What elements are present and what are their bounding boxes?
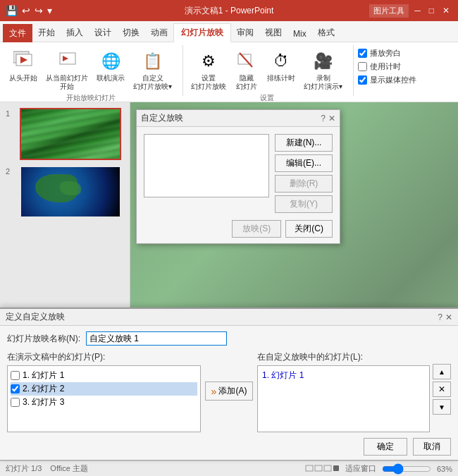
btn-from-beginning-label: 从头开始	[9, 74, 37, 83]
svg-rect-9	[324, 465, 331, 471]
svg-rect-8	[315, 465, 322, 471]
btn-new-show[interactable]: 新建(N)...	[275, 134, 333, 152]
checkbox-timing-label: 使用计时	[370, 61, 401, 72]
ribbon-checkboxes: 播放旁白 使用计时 显示媒体控件	[358, 48, 416, 85]
tab-transition[interactable]: 切换	[117, 24, 145, 42]
dialog-define-close[interactable]: ✕	[445, 312, 452, 322]
btn-add-to-custom[interactable]: » 添加(A)	[205, 382, 254, 401]
btn-play-show[interactable]: 放映(S)	[232, 220, 281, 238]
btn-record-show-label: 录制 幻灯片演示▾	[304, 74, 342, 91]
btn-rehearse-timing[interactable]: ⏱ 排练计时	[264, 47, 299, 85]
ppt-slide-item-3[interactable]: 3. 幻灯片 3	[11, 396, 197, 409]
btn-move-up[interactable]: ▲	[433, 364, 451, 379]
checkbox-narration[interactable]	[358, 49, 367, 58]
btn-hide-slide[interactable]: 隐藏 幻灯片	[231, 47, 262, 93]
theme-name: Office 主题	[50, 463, 88, 474]
close-btn[interactable]: ✕	[440, 6, 452, 16]
zoom-pct[interactable]: 63%	[437, 465, 452, 473]
ribbon-group-settings-label: 设置	[260, 93, 274, 103]
tab-format[interactable]: 格式	[312, 24, 340, 42]
btn-edit-show[interactable]: 编辑(E)...	[275, 154, 333, 172]
ppt-slide-3-label: 3. 幻灯片 3	[23, 396, 64, 408]
ribbon-group-start-label: 开始放映幻灯片	[66, 93, 116, 103]
status-icons	[304, 463, 340, 475]
zoom-slider[interactable]	[382, 465, 431, 473]
left-col: 在演示文稿中的幻灯片(P): 1. 幻灯片 1 2. 幻灯片 2 3. 幻灯片 …	[7, 351, 201, 432]
checkbox-narration-label: 播放旁白	[370, 48, 401, 59]
btn-online-present-label: 联机演示	[97, 74, 125, 83]
btn-setup-show[interactable]: ⚙ 设置 幻灯片放映	[187, 47, 230, 93]
checkbox-media[interactable]	[358, 75, 367, 85]
ribbon-tabs: 文件 开始 插入 设计 切换 动画 幻灯片放映 审阅 视图 Mix 格式	[0, 21, 458, 42]
ppt-slides-list: 1. 幻灯片 1 2. 幻灯片 2 3. 幻灯片 3	[7, 365, 201, 432]
tab-start[interactable]: 开始	[32, 24, 61, 42]
btn-add-label: 添加(A)	[218, 385, 247, 397]
name-label: 幻灯片放映名称(N):	[7, 333, 80, 345]
checkbox-timing[interactable]	[358, 62, 367, 71]
tools-label: 图片工具	[369, 4, 409, 18]
tab-design[interactable]: 设计	[89, 24, 117, 42]
tab-review[interactable]: 审阅	[231, 24, 259, 42]
title-text: 演示文稿1 - PowerPoint	[185, 5, 274, 17]
minimize-btn[interactable]: ─	[411, 6, 423, 16]
slide-2-img[interactable]	[20, 166, 121, 218]
dialog-custom-show-close[interactable]: ✕	[328, 114, 335, 123]
btn-from-current[interactable]: 从当前幻灯片 开始	[42, 47, 92, 93]
maximize-btn[interactable]: □	[426, 6, 437, 16]
redo-icon[interactable]: ↪	[35, 5, 43, 16]
btn-hide-slide-label: 隐藏 幻灯片	[236, 74, 257, 91]
check-slide-2[interactable]	[11, 384, 20, 393]
customize-icon[interactable]: ▾	[47, 5, 52, 16]
custom-slides-list: 1. 幻灯片 1	[257, 365, 430, 432]
slide-1-img[interactable]	[20, 108, 121, 160]
btn-custom-show-label: 自定义 幻灯片放映▾	[133, 74, 172, 91]
custom-slide-item-1[interactable]: 1. 幻灯片 1	[261, 369, 426, 382]
btn-from-beginning[interactable]: 从头开始	[6, 47, 41, 85]
svg-rect-10	[333, 465, 339, 471]
btn-define-cancel[interactable]: 取消	[413, 438, 451, 456]
btn-close-show[interactable]: 关闭(C)	[285, 220, 333, 238]
btn-custom-show[interactable]: 📋 自定义 幻灯片放映▾	[130, 47, 175, 93]
slide-thumb-2[interactable]: 2	[6, 166, 124, 218]
tab-insert[interactable]: 插入	[61, 24, 89, 42]
btn-define-ok[interactable]: 确定	[364, 438, 407, 456]
check-slide-1[interactable]	[11, 371, 20, 380]
btn-copy-show[interactable]: 复制(Y)	[275, 195, 333, 213]
dialog-custom-show-titlebar: 自定义放映 ? ✕	[137, 110, 340, 127]
dialog-define-titlebar: 定义自定义放映 ? ✕	[0, 309, 458, 326]
slide-count: 幻灯片 1/3	[6, 463, 42, 474]
save-icon[interactable]: 💾	[6, 5, 18, 16]
ribbon-group-start-show: 从头开始 从当前幻灯片 开始 🌐 联机演示 📋 自定义 幻灯片放映▾ 开始放映幻…	[6, 45, 183, 96]
undo-icon[interactable]: ↩	[22, 5, 30, 16]
left-col-label: 在演示文稿中的幻灯片(P):	[7, 351, 201, 363]
svg-rect-7	[306, 465, 313, 471]
title-bar: 💾 ↩ ↪ ▾ 演示文稿1 - PowerPoint 图片工具 ─ □ ✕	[0, 0, 458, 21]
zoom-fit[interactable]: 适应窗口	[345, 463, 376, 474]
tab-mix[interactable]: Mix	[287, 26, 312, 42]
status-bar: 幻灯片 1/3 Office 主题 适应窗口 63%	[0, 460, 458, 476]
tab-slideshow[interactable]: 幻灯片放映	[173, 23, 231, 42]
check-slide-3[interactable]	[11, 398, 20, 407]
slide-thumb-1[interactable]: 1	[6, 108, 124, 160]
btn-delete-show[interactable]: 删除(R)	[275, 175, 333, 193]
tab-view[interactable]: 视图	[259, 24, 287, 42]
dialog-custom-show-title: 自定义放映	[141, 112, 183, 124]
dialog-custom-show-list	[144, 134, 269, 197]
btn-move-down[interactable]: ▼	[433, 399, 451, 415]
ppt-slide-2-label: 2. 幻灯片 2	[23, 383, 64, 395]
dialog-custom-show: 自定义放映 ? ✕ 新建(N)... 编辑(E)... 删除(R) 复制(Y)	[136, 109, 340, 244]
ppt-slide-item-2[interactable]: 2. 幻灯片 2	[11, 382, 197, 396]
slide-1-num: 1	[6, 108, 16, 160]
dialog-define-help[interactable]: ?	[438, 312, 442, 322]
ppt-slide-item-1[interactable]: 1. 幻灯片 1	[11, 369, 197, 382]
btn-record-show[interactable]: 🎥 录制 幻灯片演示▾	[300, 47, 346, 93]
dialog-custom-show-help[interactable]: ?	[321, 114, 326, 123]
btn-online-present[interactable]: 🌐 联机演示	[93, 47, 128, 85]
slide-2-num: 2	[6, 166, 16, 218]
show-name-input[interactable]	[86, 331, 227, 346]
btn-rehearse-label: 排练计时	[267, 74, 295, 83]
tab-animation[interactable]: 动画	[145, 24, 173, 42]
btn-setup-show-label: 设置 幻灯片放映	[191, 74, 226, 91]
tab-file[interactable]: 文件	[3, 24, 32, 42]
btn-remove-item[interactable]: ✕	[433, 382, 451, 397]
